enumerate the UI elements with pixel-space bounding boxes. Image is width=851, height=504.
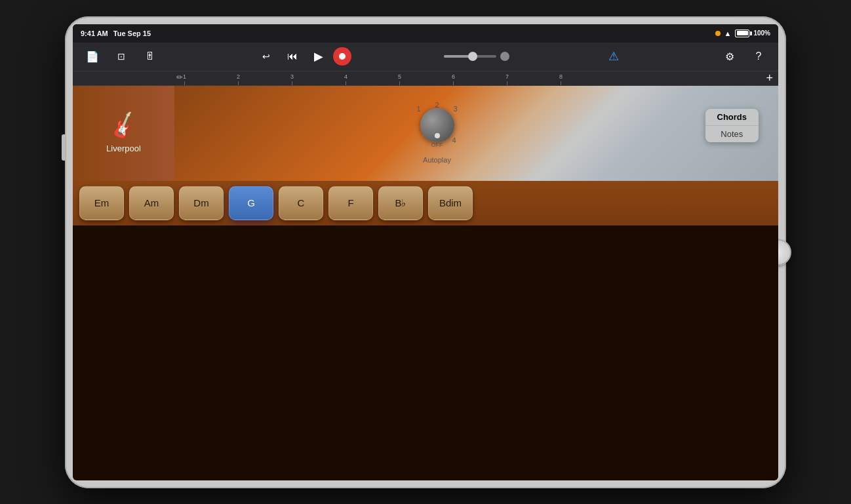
battery-dot (715, 31, 721, 36)
rewind-icon: ⏮ (287, 50, 298, 62)
autoplay-knob-container: 1 2 3 4 OFF (408, 96, 467, 155)
ipad-frame: 9:41 AM Tue Sep 15 ▲ 100% 📄 ⊡ 🎚 (65, 16, 786, 488)
chord-am[interactable]: Am (129, 186, 174, 220)
ruler-mark-8: 8 (559, 73, 563, 85)
chords-notes-popup: Chords Notes (705, 109, 759, 142)
master-volume-knob[interactable] (500, 52, 509, 61)
help-button[interactable]: ? (747, 46, 770, 67)
ruler-mark-1: 1 (183, 73, 186, 85)
battery-percent: 100% (753, 29, 770, 37)
mixer-button[interactable]: 🎚 (138, 46, 162, 67)
settings-button[interactable]: ⚙ (718, 46, 742, 67)
autoplay-num-1: 1 (417, 105, 421, 113)
metronome-icon: ⚠ (608, 49, 619, 64)
record-icon (339, 53, 346, 60)
ruler-mark-3: 3 (290, 73, 294, 85)
transport-controls: ↩ ⏮ ▶ (254, 46, 351, 67)
ipad-screen: 9:41 AM Tue Sep 15 ▲ 100% 📄 ⊡ 🎚 (73, 24, 778, 480)
date-display: Tue Sep 15 (113, 29, 151, 37)
ruler-mark-4: 4 (344, 73, 347, 85)
volume-knob (468, 52, 477, 61)
autoplay-label: Autoplay (423, 156, 451, 164)
mixer-icon: 🎚 (145, 50, 155, 62)
track-timeline[interactable]: 1 2 3 4 OFF Autoplay Chord (174, 86, 778, 181)
new-song-icon: 📄 (86, 50, 99, 63)
new-song-button[interactable]: 📄 (81, 46, 104, 67)
chord-f[interactable]: F (328, 186, 373, 220)
play-icon: ▶ (314, 49, 323, 64)
timeline-ruler: ✏ 1 2 3 4 5 (73, 71, 778, 86)
wifi-icon: ▲ (724, 29, 732, 37)
help-icon: ? (756, 50, 762, 62)
record-button[interactable] (333, 47, 351, 66)
volume-control (444, 52, 509, 61)
track-name: Liverpool (106, 144, 141, 153)
autoplay-off: OFF (431, 142, 443, 148)
ruler-mark-5: 5 (398, 73, 401, 85)
chord-g[interactable]: G (229, 186, 273, 220)
chord-buttons-area: Em Am Dm G C F B♭ Bdim (73, 181, 778, 225)
autoplay-num-2: 2 (435, 101, 439, 109)
toolbar: 📄 ⊡ 🎚 ↩ ⏮ ▶ (73, 43, 778, 71)
status-bar: 9:41 AM Tue Sep 15 ▲ 100% (73, 24, 778, 43)
track-header[interactable]: 🎸 Liverpool (73, 86, 174, 181)
battery-indicator (735, 29, 749, 37)
notes-button[interactable]: Notes (705, 126, 759, 142)
time-display: 9:41 AM (81, 29, 108, 37)
play-button[interactable]: ▶ (307, 46, 330, 67)
ruler-marks: 1 2 3 4 5 (73, 71, 778, 85)
ruler-mark-6: 6 (452, 73, 455, 85)
autoplay-section: 1 2 3 4 OFF Autoplay (240, 96, 634, 164)
add-track-button[interactable]: + (766, 71, 773, 85)
chords-button[interactable]: Chords (705, 109, 759, 126)
main-content: 🎸 Liverpool 1 2 3 4 OFF (73, 86, 778, 480)
battery-fill (737, 31, 748, 35)
instrument-icon: 🎸 (107, 109, 140, 142)
undo-button[interactable]: ↩ (254, 46, 278, 67)
tracks-icon: ⊡ (117, 51, 125, 62)
settings-icon: ⚙ (725, 50, 734, 63)
undo-icon: ↩ (262, 51, 270, 62)
knob-indicator (435, 133, 440, 138)
tracks-button[interactable]: ⊡ (109, 46, 133, 67)
chord-bb[interactable]: B♭ (378, 186, 423, 220)
chord-dm[interactable]: Dm (179, 186, 224, 220)
chord-c[interactable]: C (279, 186, 323, 220)
chord-bdim[interactable]: Bdim (428, 186, 473, 220)
side-button[interactable] (62, 134, 66, 161)
metronome-button[interactable]: ⚠ (602, 46, 625, 67)
volume-slider[interactable] (444, 55, 496, 58)
chord-em[interactable]: Em (79, 186, 124, 220)
autoplay-num-4: 4 (452, 136, 456, 144)
ruler-mark-2: 2 (237, 73, 240, 85)
autoplay-knob[interactable] (420, 108, 454, 142)
rewind-button[interactable]: ⏮ (281, 46, 304, 67)
status-right: ▲ 100% (715, 29, 770, 37)
ruler-mark-7: 7 (505, 73, 509, 85)
track-area: 🎸 Liverpool 1 2 3 4 OFF (73, 86, 778, 181)
status-left: 9:41 AM Tue Sep 15 (81, 29, 151, 37)
autoplay-num-3: 3 (453, 105, 457, 113)
